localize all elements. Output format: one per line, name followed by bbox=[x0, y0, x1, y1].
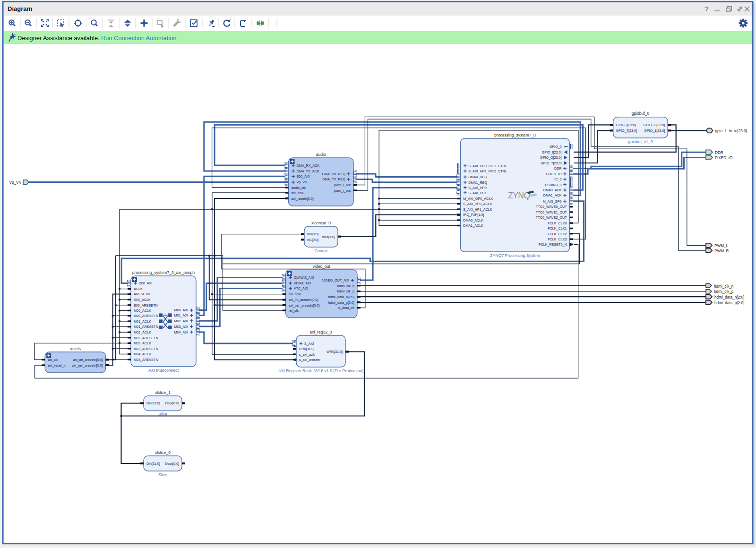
svg-text:Diagram: Diagram bbox=[8, 5, 32, 12]
svg-text:DMA1_REQ: DMA1_REQ bbox=[468, 180, 487, 185]
svg-text:Vp_Vn: Vp_Vn bbox=[9, 180, 21, 185]
svg-text:S_AXI_HP0_FIFO_CTRL: S_AXI_HP0_FIFO_CTRL bbox=[468, 164, 507, 168]
svg-text:GPIO_I[23:0]: GPIO_I[23:0] bbox=[542, 150, 562, 154]
svg-text:hdmi_data_n[2:0]: hdmi_data_n[2:0] bbox=[328, 295, 354, 299]
svg-text:hdmi_data_n[2:0]: hdmi_data_n[2:0] bbox=[714, 295, 744, 300]
svg-text:s_axi_aresetn: s_axi_aresetn bbox=[299, 358, 320, 362]
svg-text:M03_AXI: M03_AXI bbox=[174, 325, 188, 329]
svg-text:S00_ARESETN: S00_ARESETN bbox=[134, 303, 158, 308]
svg-text:TTC0_WAVE1_OUT: TTC0_WAVE1_OUT bbox=[536, 210, 567, 214]
svg-text:ARESETN: ARESETN bbox=[134, 292, 150, 296]
svg-text:M02_ACLK: M02_ACLK bbox=[134, 330, 151, 334]
svg-text:FCLK_CLK2: FCLK_CLK2 bbox=[548, 232, 567, 236]
svg-text:M02_AXI: M02_AXI bbox=[174, 319, 188, 323]
svg-text:PWM_R: PWM_R bbox=[714, 249, 729, 253]
svg-text:pwm_l_out: pwm_l_out bbox=[334, 183, 351, 187]
svg-text:M04_ARESETN: M04_ARESETN bbox=[134, 358, 158, 362]
svg-text:axi_per_aresetn[0:0]: axi_per_aresetn[0:0] bbox=[289, 303, 320, 308]
svg-text:GPIO_0: GPIO_0 bbox=[550, 145, 562, 149]
svg-text:FIXED_IO: FIXED_IO bbox=[546, 172, 562, 176]
svg-text:hdmi_clk_p: hdmi_clk_p bbox=[337, 289, 354, 293]
svg-text:gpiobuf_v1_0: gpiobuf_v1_0 bbox=[628, 139, 653, 144]
svg-text:hdmi_clk_n: hdmi_clk_n bbox=[337, 284, 354, 288]
svg-text:VDMA_AXI: VDMA_AXI bbox=[294, 281, 311, 285]
svg-text:axi_int_aresetn[0:0]: axi_int_aresetn[0:0] bbox=[289, 298, 318, 302]
svg-text:pwm_r_out: pwm_r_out bbox=[334, 188, 351, 193]
svg-text:processing_system7_0_axi_perip: processing_system7_0_axi_periph bbox=[132, 270, 195, 275]
svg-text:IRQ_F2P[1:0]: IRQ_F2P[1:0] bbox=[463, 213, 484, 217]
svg-text:axi_reg32_0: axi_reg32_0 bbox=[309, 330, 332, 334]
svg-text:Dout[0:0]: Dout[0:0] bbox=[165, 401, 179, 405]
svg-text:GPIO_O[23:0]: GPIO_O[23:0] bbox=[540, 155, 562, 160]
svg-text:S00_ACLK: S00_ACLK bbox=[134, 298, 151, 302]
svg-text:In0[0:0]: In0[0:0] bbox=[307, 232, 318, 236]
svg-text:hdmi_data_p[2:0]: hdmi_data_p[2:0] bbox=[714, 301, 744, 305]
svg-text:TTC0_WAVE2_OUT: TTC0_WAVE2_OUT bbox=[536, 215, 567, 220]
svg-text:DMA_RX_REQ: DMA_RX_REQ bbox=[322, 172, 345, 176]
svg-text:DMA0_ACLK: DMA0_ACLK bbox=[463, 218, 483, 223]
svg-text:hdmi_data_p[2:0]: hdmi_data_p[2:0] bbox=[328, 300, 354, 305]
svg-text:M00_AXI: M00_AXI bbox=[174, 308, 188, 312]
svg-text:GPIO_1[23:0]: GPIO_1[23:0] bbox=[644, 128, 665, 133]
svg-text:S_AXI_HP1_FIFO_CTRL: S_AXI_HP1_FIFO_CTRL bbox=[468, 169, 507, 173]
svg-text:M00_ARESETN: M00_ARESETN bbox=[134, 314, 158, 318]
svg-text:TTC0_WAVE0_OUT: TTC0_WAVE0_OUT bbox=[536, 205, 567, 209]
svg-text:WR0[31:0]: WR0[31:0] bbox=[326, 350, 343, 354]
svg-text:axi_aclk: axi_aclk bbox=[292, 191, 304, 195]
svg-text:S_AXI_HP0_ACLK: S_AXI_HP0_ACLK bbox=[463, 202, 492, 206]
svg-text:audio_clk: audio_clk bbox=[292, 186, 306, 190]
svg-text:DMA_RX_ACK: DMA_RX_ACK bbox=[297, 163, 320, 168]
svg-text:M04_ACLK: M04_ACLK bbox=[134, 352, 151, 356]
svg-text:hdmi_clk_p: hdmi_clk_p bbox=[714, 290, 734, 294]
svg-text:VIDEO_OUT_AXI: VIDEO_OUT_AXI bbox=[322, 278, 349, 283]
svg-text:xlslice_0: xlslice_0 bbox=[155, 450, 171, 455]
svg-text:axi_aclk: axi_aclk bbox=[289, 292, 301, 296]
svg-text:VTC_AXI: VTC_AXI bbox=[294, 286, 308, 291]
svg-text:GPIO_T[23:0]: GPIO_T[23:0] bbox=[541, 161, 561, 165]
svg-text:M_AXI_GP0_ACLK: M_AXI_GP0_ACLK bbox=[463, 197, 493, 201]
svg-text:GPIO_I[23:0]: GPIO_I[23:0] bbox=[616, 123, 636, 127]
svg-text:In1[0:0]: In1[0:0] bbox=[307, 238, 318, 242]
svg-text:M01_ARESETN: M01_ARESETN bbox=[134, 325, 158, 329]
svg-text:M00_ACLK: M00_ACLK bbox=[134, 308, 151, 313]
svg-text:?: ? bbox=[704, 5, 709, 13]
svg-text:Vp_Vn: Vp_Vn bbox=[297, 180, 307, 184]
svg-text:M02_ARESETN: M02_ARESETN bbox=[134, 336, 158, 340]
svg-text:M01_ACLK: M01_ACLK bbox=[134, 319, 151, 324]
svg-text:DMA0_REQ: DMA0_REQ bbox=[468, 175, 487, 179]
svg-text:resets: resets bbox=[70, 346, 81, 351]
svg-text:M04_AXI: M04_AXI bbox=[174, 330, 188, 334]
svg-text:PWM_L: PWM_L bbox=[714, 244, 729, 248]
svg-text:Slice: Slice bbox=[158, 412, 167, 417]
svg-text:M_AXI_GP0: M_AXI_GP0 bbox=[543, 199, 562, 204]
svg-text:S00_AXI: S00_AXI bbox=[297, 174, 310, 179]
svg-text:axi_resetn[0:0]: axi_resetn[0:0] bbox=[292, 197, 314, 201]
svg-text:DMA1_ACK: DMA1_ACK bbox=[543, 193, 562, 197]
svg-text:DMA1_ACLK: DMA1_ACLK bbox=[463, 223, 483, 228]
svg-text:dout[1:0]: dout[1:0] bbox=[322, 235, 335, 239]
svg-text:DDR: DDR bbox=[715, 151, 723, 155]
svg-text:Concat: Concat bbox=[315, 248, 328, 253]
svg-text:axi_int_aresetn[0:0]: axi_int_aresetn[0:0] bbox=[73, 358, 103, 362]
svg-text:FCLK_CLK1: FCLK_CLK1 bbox=[548, 226, 567, 231]
svg-text:FCLK_CLK3: FCLK_CLK3 bbox=[548, 237, 567, 241]
svg-text:gpio_1_tri_io[23:0]: gpio_1_tri_io[23:0] bbox=[715, 129, 747, 133]
svg-text:ZYNQ7 Processing System: ZYNQ7 Processing System bbox=[490, 253, 540, 258]
svg-text:S_AXI: S_AXI bbox=[304, 342, 314, 346]
svg-text:axi_clk: axi_clk bbox=[48, 358, 58, 362]
svg-text:S_AXI_HP1: S_AXI_HP1 bbox=[468, 191, 486, 195]
svg-text:S_AXI_HP1_ACLK: S_AXI_HP1_ACLK bbox=[463, 207, 492, 212]
svg-text:FCLK_RESET0_N: FCLK_RESET0_N bbox=[539, 242, 567, 247]
svg-text:xlconcat_0: xlconcat_0 bbox=[311, 221, 331, 225]
svg-text:AXI Interconnect: AXI Interconnect bbox=[148, 368, 179, 373]
svg-text:Din[31:0]: Din[31:0] bbox=[146, 462, 160, 466]
svg-text:DMA_TX_REQ: DMA_TX_REQ bbox=[322, 177, 345, 181]
svg-text:Slice: Slice bbox=[158, 472, 167, 477]
svg-text:Run Connection Automation: Run Connection Automation bbox=[101, 34, 176, 42]
svg-text:Designer Assistance available.: Designer Assistance available. bbox=[17, 34, 100, 42]
svg-text:GPIO_O[23:0]: GPIO_O[23:0] bbox=[644, 123, 665, 127]
svg-text:AXI Register Bank 16/16 v1.0 (: AXI Register Bank 16/16 v1.0 (Pre-Produc… bbox=[278, 368, 363, 373]
svg-text:S_AXI_HP0: S_AXI_HP0 bbox=[468, 186, 486, 190]
svg-text:ext_reset_in: ext_reset_in bbox=[48, 363, 66, 368]
svg-text:ref_clk: ref_clk bbox=[289, 308, 299, 313]
